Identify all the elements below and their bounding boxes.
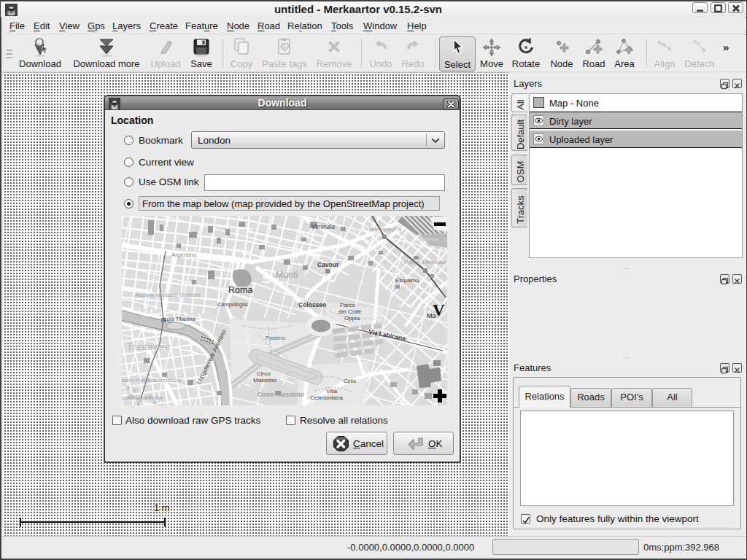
- svg-text:Isola Tiberina: Isola Tiberina: [163, 316, 196, 322]
- svg-text:Termini - La: Termini - La: [418, 236, 447, 243]
- svg-text:Villa: Villa: [326, 388, 338, 394]
- svg-text:nardino da Feltre: nardino da Feltre: [122, 394, 163, 401]
- svg-text:V: V: [433, 301, 445, 319]
- svg-text:Parco: Parco: [340, 302, 355, 308]
- svg-text:Roma: Roma: [228, 285, 252, 295]
- svg-text:Trastevere: Trastevere: [127, 342, 170, 352]
- svg-text:Argentina: Argentina: [171, 252, 197, 258]
- svg-text:Celio: Celio: [344, 378, 356, 384]
- svg-text:Arenula Ministero Giustizia: Arenula Ministero Giustizia: [135, 292, 201, 298]
- svg-text:Monti: Monti: [276, 270, 298, 280]
- svg-text:stero Pubblica Istruzione: stero Pubblica Istruzione: [122, 377, 182, 384]
- svg-text:Colosseo: Colosseo: [298, 301, 326, 308]
- svg-text:Campidoglio: Campidoglio: [217, 301, 248, 308]
- svg-text:Esquilino: Esquilino: [395, 277, 419, 284]
- svg-text:Viminale: Viminale: [311, 223, 336, 230]
- svg-text:Oppio: Oppio: [344, 315, 360, 322]
- svg-text:Circo: Circo: [257, 370, 271, 377]
- svg-text:del Colle: del Colle: [338, 308, 362, 315]
- svg-text:Celimontana: Celimontana: [310, 394, 343, 401]
- svg-text:Cavour: Cavour: [317, 261, 339, 268]
- svg-text:Palatino: Palatino: [266, 335, 285, 341]
- svg-text:Circo Massimo: Circo Massimo: [258, 391, 305, 398]
- svg-text:Vittorio Emanuele: Vittorio Emanuele: [403, 259, 446, 265]
- svg-text:Napoleone III: Napoleone III: [369, 226, 402, 233]
- svg-text:Massimo: Massimo: [253, 377, 277, 384]
